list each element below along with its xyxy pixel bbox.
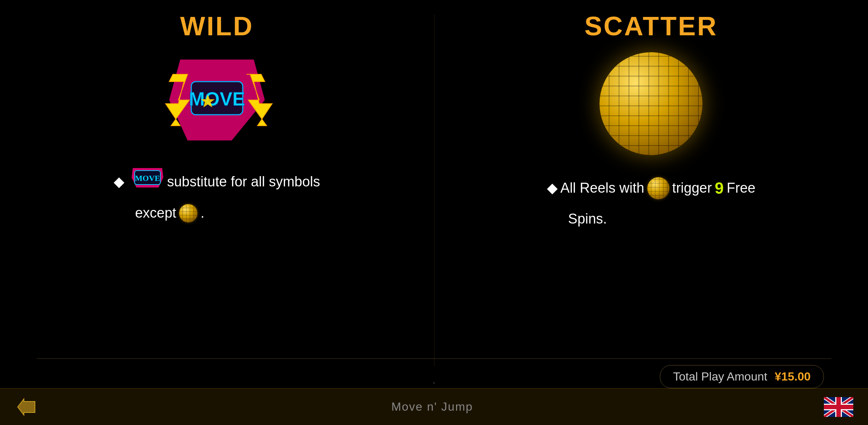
- scatter-description: ◆ All Reels with trigger 9 Free Spins.: [517, 174, 785, 232]
- svg-rect-18: [824, 405, 853, 409]
- scatter-section: SCATTER ◆ All Reels with trigger 9 Free …: [434, 0, 868, 381]
- wild-symbol-graphic: MOVE: [158, 52, 276, 148]
- scatter-bullet: ◆: [547, 175, 558, 200]
- wild-description: ◆ MOVE substitute for all symbols except…: [84, 166, 349, 226]
- svg-text:MOVE: MOVE: [135, 174, 160, 183]
- scatter-text-3: Free: [727, 175, 755, 200]
- wild-title: WILD: [180, 11, 254, 41]
- scatter-text-4: Spins.: [568, 211, 607, 226]
- bottom-bar: Move n' Jump: [0, 388, 868, 425]
- wild-text-2: except: [135, 200, 176, 225]
- wild-disco-ball-inline: [179, 204, 198, 222]
- wild-text-1: substitute for all symbols: [167, 169, 320, 194]
- mini-move-badge: MOVE: [131, 166, 164, 197]
- back-button[interactable]: [15, 394, 40, 420]
- page-dot-indicator: ·: [433, 377, 435, 388]
- scatter-text-1: All Reels with: [561, 175, 644, 200]
- horizontal-divider: [37, 358, 831, 359]
- total-play-label: Total Play Amount: [673, 370, 767, 383]
- scatter-symbol-graphic: [600, 52, 702, 155]
- wild-section: WILD MOVE ◆: [0, 0, 434, 381]
- svg-text:MOVE: MOVE: [189, 88, 245, 110]
- uk-flag-icon[interactable]: [824, 397, 853, 417]
- total-play-value: ¥15.00: [775, 370, 811, 383]
- total-play-amount-container: Total Play Amount ¥15.00: [660, 365, 824, 388]
- game-title: Move n' Jump: [391, 400, 473, 414]
- scatter-disco-inline: [647, 177, 669, 199]
- wild-period: .: [200, 200, 204, 225]
- scatter-text-2: trigger: [672, 175, 712, 200]
- wild-bullet: ◆: [114, 169, 124, 194]
- scatter-title: SCATTER: [584, 11, 718, 41]
- scatter-number: 9: [715, 174, 723, 203]
